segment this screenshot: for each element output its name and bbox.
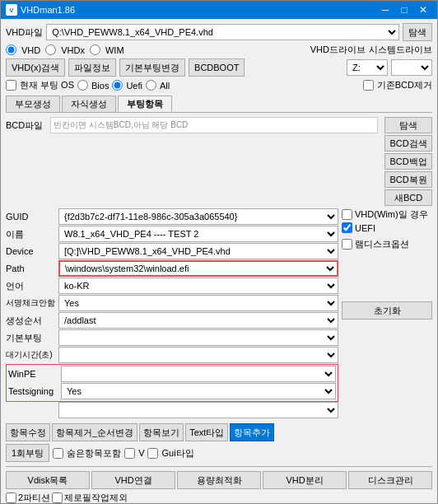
uefi-radio[interactable] [112, 80, 123, 91]
bcd-backup-button[interactable]: BCD백업 [384, 153, 432, 170]
tab-child-create[interactable]: 자식생성 [62, 96, 116, 112]
field-side: VHD(Wim)일 경우 UEFI 램디스크옵션 초기화 [342, 208, 432, 419]
title-buttons: ─ □ ✕ [376, 1, 432, 19]
vhdx-radio[interactable] [45, 44, 56, 55]
bios-radio[interactable] [77, 80, 88, 91]
bottom-buttons-row2: 2파티션 제로필작업제외 [6, 492, 432, 504]
testsigning-combo[interactable]: Yes [61, 383, 336, 399]
remove-order-button[interactable]: 항목제거_순서변경 [52, 423, 137, 441]
boot-order-label: 생성순서 [6, 315, 55, 327]
view-button[interactable]: 항목보기 [139, 423, 184, 441]
current-boot-os-check[interactable] [6, 80, 16, 91]
tab-parent-create[interactable]: 부모생성 [6, 96, 60, 112]
language-combo[interactable]: ko-KR [58, 278, 338, 294]
boot-order-combo[interactable]: /addlast [58, 312, 338, 329]
signature-check-label: 서명체크안함 [6, 297, 55, 309]
bcd-search-button[interactable]: 탐색 [384, 117, 432, 133]
optimize-button[interactable]: 용량최적화 [177, 471, 261, 489]
maximize-button[interactable]: □ [395, 1, 413, 19]
vhd-file-label: VHD파일 [6, 26, 43, 39]
ramdisk-label: 램디스크옵션 [355, 238, 409, 250]
app-icon: V [6, 4, 17, 16]
wait-time-combo[interactable] [58, 347, 338, 363]
bcd-search-bcd-button[interactable]: BCD검색 [384, 135, 432, 152]
extra-row [6, 402, 338, 418]
ramdisk-check[interactable] [342, 239, 352, 250]
v-label: V [138, 448, 144, 458]
vhd-type-group: VHD VHDx WIM [6, 44, 124, 55]
signature-check-row: 서명체크안함 Yes [6, 295, 338, 311]
bcdboot-button[interactable]: BCDBOOT [189, 58, 245, 77]
no-file-delete-check[interactable] [52, 492, 63, 503]
close-button[interactable]: ✕ [414, 1, 432, 19]
vhd-connect-button[interactable]: VHD연결 [91, 471, 175, 489]
uefi-check[interactable] [342, 222, 352, 233]
vhd-label: VHD [21, 45, 40, 55]
guid-combo[interactable]: {f2d3b7c2-df71-11e8-986c-305a3a065540} [58, 208, 338, 225]
disk-manage-button[interactable]: 디스크관리 [348, 471, 432, 489]
all-label: All [160, 81, 170, 91]
testsigning-label: Testsigning [8, 386, 58, 396]
vhd-type-drive-row: VHD VHDx WIM VHD드라이브 시스템드라이브 [6, 44, 432, 56]
vhd-wim-label: VHD(Wim)일 경우 [355, 208, 428, 221]
partition2-check[interactable] [6, 492, 16, 503]
wim-radio[interactable] [90, 44, 100, 55]
v-check[interactable] [124, 448, 135, 459]
signature-check-combo[interactable]: Yes [58, 295, 338, 311]
wait-time-row: 대기시간(초) [6, 347, 338, 363]
no-file-delete-label: 제로필작업제외 [64, 492, 128, 504]
vhd-wim-check[interactable] [342, 209, 352, 220]
first-boot-button[interactable]: 1회부팅 [6, 444, 49, 462]
vhd-file-combo[interactable]: Q:\VHD_PEWW8.1_x64_VHD_PE4.vhd [46, 24, 399, 40]
tab-bar: 부모생성 자식생성 부팅항목 [6, 96, 432, 113]
add-item-button[interactable]: 항목추가 [230, 423, 274, 441]
minimize-button[interactable]: ─ [376, 1, 394, 19]
main-content: VHD파일 Q:\VHD_PEWW8.1_x64_VHD_PE4.vhd 탐색 … [1, 19, 437, 504]
extra-combo[interactable] [58, 402, 338, 418]
vhd-drive-combo[interactable]: Z: [347, 59, 388, 76]
gui-type-check[interactable] [147, 448, 158, 459]
bcd-file-placeholder: 빈칸이면 시스템BCD,아님 해당 BCD [50, 117, 378, 133]
new-bcd-button[interactable]: 새BCD [384, 189, 432, 206]
title-text: VHDman1.86 [21, 5, 376, 15]
drive-combos-row: VHD(x)검색 파일정보 기본부팅변경 BCDBOOT Z: [6, 58, 432, 77]
tab-boot-item[interactable]: 부팅항목 [118, 96, 172, 112]
vhd-search-button[interactable]: VHD(x)검색 [6, 58, 65, 77]
modify-button[interactable]: 항목수정 [6, 423, 50, 441]
winpe-testsign-group: WinPE Testsigning Yes [6, 364, 338, 402]
gui-type-label: Gui타입 [161, 447, 193, 460]
title-bar: V VHDman1.86 ─ □ ✕ [1, 1, 437, 19]
text-type-button[interactable]: Text타입 [185, 423, 228, 441]
vhd-separate-button[interactable]: VHD분리 [263, 471, 347, 489]
vhd-browse-button[interactable]: 탐색 [403, 23, 432, 41]
guid-label: GUID [6, 212, 55, 222]
bcd-restore-button[interactable]: BCD복원 [384, 171, 432, 188]
name-row: 이름 W8.1_x64_VHD_PE4 ---- TEST 2 [6, 226, 338, 242]
existing-bcd-remove-check[interactable] [363, 80, 374, 91]
init-button[interactable]: 초기화 [342, 301, 432, 320]
device-combo[interactable]: [Q:]\VHD_PEWW8.1_x64_VHD_PE4.vhd [58, 243, 338, 259]
system-drive-combo[interactable] [391, 59, 432, 76]
hidden-include-check[interactable] [53, 448, 63, 459]
default-boot-combo[interactable] [58, 329, 338, 346]
bios-label: Bios [91, 81, 109, 91]
vhd-drive-label: VHD드라이브 [310, 44, 366, 56]
boot-order-row: 생성순서 /addlast [6, 312, 338, 329]
existing-bcd-remove-label: 기존BCD제거 [377, 79, 432, 91]
wait-time-label: 대기시간(초) [6, 349, 55, 361]
path-combo[interactable]: \windows\system32\winload.efi [58, 260, 338, 277]
all-radio[interactable] [146, 80, 156, 91]
language-row: 언어 ko-KR [6, 278, 338, 294]
default-boot-button[interactable]: 기본부팅변경 [119, 58, 185, 77]
hidden-include-label: 숨은항목포함 [67, 447, 121, 460]
vhdx-label: VHDx [61, 45, 85, 55]
vdisk-list-button[interactable]: Vdisk목록 [6, 471, 90, 489]
main-window: V VHDman1.86 ─ □ ✕ VHD파일 Q:\VHD_PEWW8.1_… [0, 0, 438, 504]
winpe-combo[interactable] [61, 366, 336, 382]
file-info-button[interactable]: 파일정보 [68, 58, 116, 77]
uefi-check-label: UEFI [355, 223, 375, 233]
bcd-file-label: BCD파일 [6, 119, 47, 132]
field-section: GUID {f2d3b7c2-df71-11e8-986c-305a3a0655… [6, 208, 432, 419]
vhd-radio[interactable] [6, 44, 16, 55]
name-combo[interactable]: W8.1_x64_VHD_PE4 ---- TEST 2 [58, 226, 338, 242]
